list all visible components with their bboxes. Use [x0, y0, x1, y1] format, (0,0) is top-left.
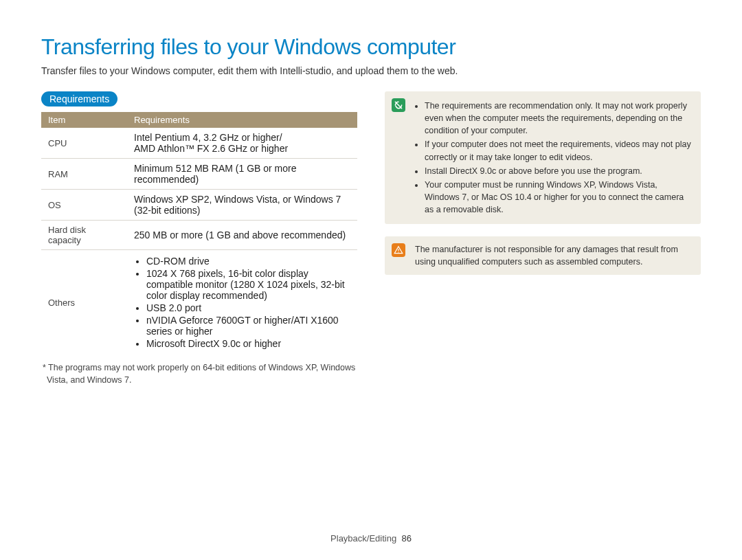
table-header-item: Item	[41, 112, 127, 128]
info-note-item: The requirements are recommendation only…	[425, 100, 691, 137]
requirements-table: Item Requirements CPU Intel Pentium 4, 3…	[41, 112, 357, 355]
svg-point-1	[398, 251, 398, 252]
list-item: CD-ROM drive	[146, 256, 350, 267]
table-row: Others CD-ROM drive 1024 X 768 pixels, 1…	[41, 250, 357, 355]
page-title: Transferring files to your Windows compu…	[41, 34, 701, 60]
warning-icon	[392, 243, 405, 257]
req-item: RAM	[41, 159, 127, 190]
table-row: CPU Intel Pentium 4, 3.2 GHz or higher/ …	[41, 128, 357, 159]
req-item: Others	[41, 250, 127, 355]
footer-section: Playback/Editing	[330, 533, 396, 544]
req-item: OS	[41, 190, 127, 221]
req-value: Windows XP SP2, Windows Vista, or Window…	[127, 190, 357, 221]
warning-note-text: The manufacturer is not responsible for …	[415, 245, 678, 267]
req-value: Intel Pentium 4, 3.2 GHz or higher/ AMD …	[127, 128, 357, 159]
table-header-requirements: Requirements	[127, 112, 357, 128]
list-item: Microsoft DirectX 9.0c or higher	[146, 338, 350, 349]
req-value: 250 MB or more (1 GB and above recommend…	[127, 221, 357, 250]
info-note-item: Install DirectX 9.0c or above before you…	[425, 165, 691, 177]
footnote: * The programs may not work properly on …	[41, 361, 357, 386]
req-value: Minimum 512 MB RAM (1 GB or more recomme…	[127, 159, 357, 190]
table-row: RAM Minimum 512 MB RAM (1 GB or more rec…	[41, 159, 357, 190]
warning-note-box: The manufacturer is not responsible for …	[385, 236, 701, 275]
info-note-item: Your computer must be running Windows XP…	[425, 179, 691, 216]
list-item: 1024 X 768 pixels, 16-bit color display …	[146, 268, 350, 301]
info-icon	[392, 98, 405, 112]
info-note-box: The requirements are recommendation only…	[385, 91, 701, 224]
page-footer: Playback/Editing 86	[0, 533, 742, 544]
req-value: CD-ROM drive 1024 X 768 pixels, 16-bit c…	[127, 250, 357, 355]
req-item: CPU	[41, 128, 127, 159]
list-item: USB 2.0 port	[146, 302, 350, 313]
table-row: OS Windows XP SP2, Windows Vista, or Win…	[41, 190, 357, 221]
footer-page-number: 86	[401, 533, 411, 544]
info-note-item: If your computer does not meet the requi…	[425, 138, 691, 163]
intro-text: Transfer files to your Windows computer,…	[41, 65, 701, 76]
req-item: Hard disk capacity	[41, 221, 127, 250]
list-item: nVIDIA Geforce 7600GT or higher/ATI X160…	[146, 315, 350, 337]
section-heading-requirements: Requirements	[41, 91, 117, 107]
table-row: Hard disk capacity 250 MB or more (1 GB …	[41, 221, 357, 250]
